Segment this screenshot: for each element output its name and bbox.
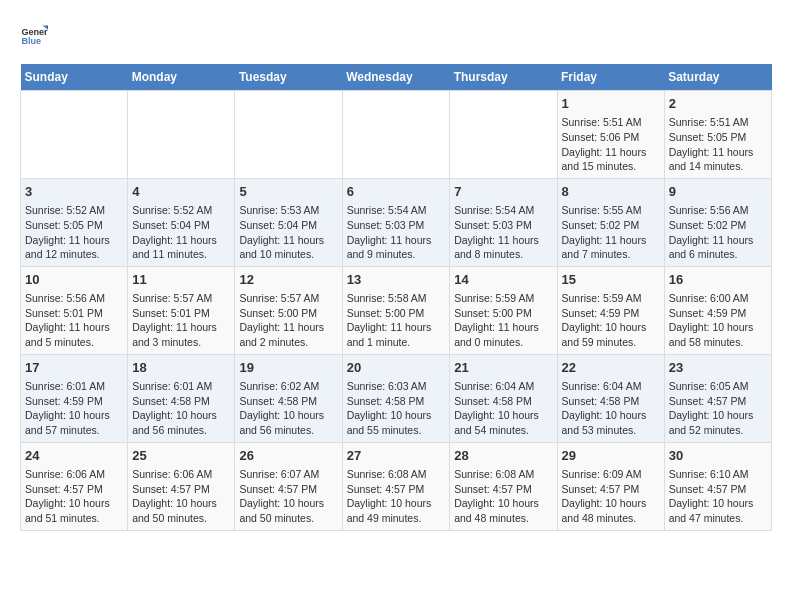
calendar-cell: 20Sunrise: 6:03 AM Sunset: 4:58 PM Dayli… (342, 354, 450, 442)
svg-text:Blue: Blue (21, 36, 41, 46)
day-info: Sunrise: 5:51 AM Sunset: 5:06 PM Dayligh… (562, 115, 660, 174)
day-number: 27 (347, 447, 446, 465)
day-number: 1 (562, 95, 660, 113)
day-info: Sunrise: 6:06 AM Sunset: 4:57 PM Dayligh… (132, 467, 230, 526)
day-info: Sunrise: 6:07 AM Sunset: 4:57 PM Dayligh… (239, 467, 337, 526)
day-number: 2 (669, 95, 767, 113)
day-number: 17 (25, 359, 123, 377)
calendar-cell: 27Sunrise: 6:08 AM Sunset: 4:57 PM Dayli… (342, 442, 450, 530)
day-info: Sunrise: 6:02 AM Sunset: 4:58 PM Dayligh… (239, 379, 337, 438)
day-number: 14 (454, 271, 552, 289)
day-number: 29 (562, 447, 660, 465)
day-number: 13 (347, 271, 446, 289)
day-number: 30 (669, 447, 767, 465)
calendar-cell: 2Sunrise: 5:51 AM Sunset: 5:05 PM Daylig… (664, 91, 771, 179)
calendar-cell: 10Sunrise: 5:56 AM Sunset: 5:01 PM Dayli… (21, 266, 128, 354)
day-info: Sunrise: 5:53 AM Sunset: 5:04 PM Dayligh… (239, 203, 337, 262)
day-info: Sunrise: 5:56 AM Sunset: 5:02 PM Dayligh… (669, 203, 767, 262)
logo: General Blue (20, 20, 56, 48)
day-info: Sunrise: 6:06 AM Sunset: 4:57 PM Dayligh… (25, 467, 123, 526)
weekday-header: Sunday (21, 64, 128, 91)
calendar-cell: 14Sunrise: 5:59 AM Sunset: 5:00 PM Dayli… (450, 266, 557, 354)
day-info: Sunrise: 5:57 AM Sunset: 5:00 PM Dayligh… (239, 291, 337, 350)
day-info: Sunrise: 6:01 AM Sunset: 4:58 PM Dayligh… (132, 379, 230, 438)
calendar-cell: 30Sunrise: 6:10 AM Sunset: 4:57 PM Dayli… (664, 442, 771, 530)
day-number: 26 (239, 447, 337, 465)
calendar-cell: 7Sunrise: 5:54 AM Sunset: 5:03 PM Daylig… (450, 178, 557, 266)
day-info: Sunrise: 6:09 AM Sunset: 4:57 PM Dayligh… (562, 467, 660, 526)
day-number: 5 (239, 183, 337, 201)
calendar-body: 1Sunrise: 5:51 AM Sunset: 5:06 PM Daylig… (21, 91, 772, 531)
day-info: Sunrise: 5:52 AM Sunset: 5:04 PM Dayligh… (132, 203, 230, 262)
weekday-header: Friday (557, 64, 664, 91)
day-number: 6 (347, 183, 446, 201)
calendar-cell: 15Sunrise: 5:59 AM Sunset: 4:59 PM Dayli… (557, 266, 664, 354)
calendar-cell: 18Sunrise: 6:01 AM Sunset: 4:58 PM Dayli… (128, 354, 235, 442)
calendar-table: SundayMondayTuesdayWednesdayThursdayFrid… (20, 64, 772, 531)
calendar-cell: 29Sunrise: 6:09 AM Sunset: 4:57 PM Dayli… (557, 442, 664, 530)
day-info: Sunrise: 5:57 AM Sunset: 5:01 PM Dayligh… (132, 291, 230, 350)
day-info: Sunrise: 6:05 AM Sunset: 4:57 PM Dayligh… (669, 379, 767, 438)
calendar-cell: 11Sunrise: 5:57 AM Sunset: 5:01 PM Dayli… (128, 266, 235, 354)
day-info: Sunrise: 6:08 AM Sunset: 4:57 PM Dayligh… (454, 467, 552, 526)
day-number: 20 (347, 359, 446, 377)
day-info: Sunrise: 5:59 AM Sunset: 4:59 PM Dayligh… (562, 291, 660, 350)
calendar-cell: 25Sunrise: 6:06 AM Sunset: 4:57 PM Dayli… (128, 442, 235, 530)
day-info: Sunrise: 6:03 AM Sunset: 4:58 PM Dayligh… (347, 379, 446, 438)
calendar-cell: 13Sunrise: 5:58 AM Sunset: 5:00 PM Dayli… (342, 266, 450, 354)
calendar-cell: 24Sunrise: 6:06 AM Sunset: 4:57 PM Dayli… (21, 442, 128, 530)
day-number: 18 (132, 359, 230, 377)
calendar-cell: 19Sunrise: 6:02 AM Sunset: 4:58 PM Dayli… (235, 354, 342, 442)
day-info: Sunrise: 5:58 AM Sunset: 5:00 PM Dayligh… (347, 291, 446, 350)
weekday-header: Saturday (664, 64, 771, 91)
day-info: Sunrise: 5:55 AM Sunset: 5:02 PM Dayligh… (562, 203, 660, 262)
day-number: 28 (454, 447, 552, 465)
day-number: 25 (132, 447, 230, 465)
day-number: 7 (454, 183, 552, 201)
weekday-header: Wednesday (342, 64, 450, 91)
calendar-row: 17Sunrise: 6:01 AM Sunset: 4:59 PM Dayli… (21, 354, 772, 442)
calendar-cell: 17Sunrise: 6:01 AM Sunset: 4:59 PM Dayli… (21, 354, 128, 442)
day-number: 12 (239, 271, 337, 289)
day-info: Sunrise: 6:01 AM Sunset: 4:59 PM Dayligh… (25, 379, 123, 438)
day-info: Sunrise: 6:04 AM Sunset: 4:58 PM Dayligh… (454, 379, 552, 438)
day-number: 19 (239, 359, 337, 377)
day-info: Sunrise: 6:00 AM Sunset: 4:59 PM Dayligh… (669, 291, 767, 350)
calendar-cell: 26Sunrise: 6:07 AM Sunset: 4:57 PM Dayli… (235, 442, 342, 530)
day-number: 9 (669, 183, 767, 201)
weekday-header: Monday (128, 64, 235, 91)
calendar-cell: 3Sunrise: 5:52 AM Sunset: 5:05 PM Daylig… (21, 178, 128, 266)
day-number: 23 (669, 359, 767, 377)
calendar-row: 24Sunrise: 6:06 AM Sunset: 4:57 PM Dayli… (21, 442, 772, 530)
day-number: 4 (132, 183, 230, 201)
weekday-header: Thursday (450, 64, 557, 91)
day-number: 21 (454, 359, 552, 377)
calendar-cell: 21Sunrise: 6:04 AM Sunset: 4:58 PM Dayli… (450, 354, 557, 442)
calendar-cell: 5Sunrise: 5:53 AM Sunset: 5:04 PM Daylig… (235, 178, 342, 266)
calendar-cell (450, 91, 557, 179)
logo-icon: General Blue (20, 20, 48, 48)
calendar-cell: 28Sunrise: 6:08 AM Sunset: 4:57 PM Dayli… (450, 442, 557, 530)
calendar-cell (128, 91, 235, 179)
calendar-cell (235, 91, 342, 179)
day-info: Sunrise: 6:10 AM Sunset: 4:57 PM Dayligh… (669, 467, 767, 526)
day-number: 15 (562, 271, 660, 289)
calendar-header: SundayMondayTuesdayWednesdayThursdayFrid… (21, 64, 772, 91)
day-number: 8 (562, 183, 660, 201)
calendar-cell: 23Sunrise: 6:05 AM Sunset: 4:57 PM Dayli… (664, 354, 771, 442)
day-number: 3 (25, 183, 123, 201)
calendar-cell: 4Sunrise: 5:52 AM Sunset: 5:04 PM Daylig… (128, 178, 235, 266)
calendar-cell: 9Sunrise: 5:56 AM Sunset: 5:02 PM Daylig… (664, 178, 771, 266)
page-header: General Blue (20, 20, 772, 48)
weekday-header: Tuesday (235, 64, 342, 91)
calendar-cell (21, 91, 128, 179)
day-info: Sunrise: 5:52 AM Sunset: 5:05 PM Dayligh… (25, 203, 123, 262)
calendar-row: 3Sunrise: 5:52 AM Sunset: 5:05 PM Daylig… (21, 178, 772, 266)
calendar-cell: 1Sunrise: 5:51 AM Sunset: 5:06 PM Daylig… (557, 91, 664, 179)
calendar-row: 1Sunrise: 5:51 AM Sunset: 5:06 PM Daylig… (21, 91, 772, 179)
day-info: Sunrise: 5:59 AM Sunset: 5:00 PM Dayligh… (454, 291, 552, 350)
calendar-cell: 6Sunrise: 5:54 AM Sunset: 5:03 PM Daylig… (342, 178, 450, 266)
day-info: Sunrise: 5:56 AM Sunset: 5:01 PM Dayligh… (25, 291, 123, 350)
calendar-cell: 16Sunrise: 6:00 AM Sunset: 4:59 PM Dayli… (664, 266, 771, 354)
day-number: 24 (25, 447, 123, 465)
